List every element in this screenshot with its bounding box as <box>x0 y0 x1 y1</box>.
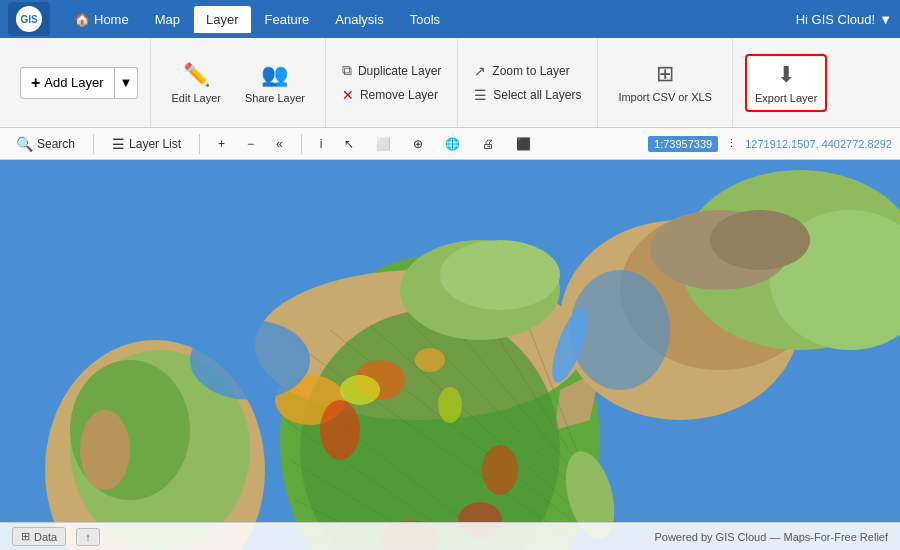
svg-point-25 <box>482 445 518 495</box>
zoom-to-layer-button[interactable]: ↗ Zoom to Layer <box>470 61 585 81</box>
nav-links: 🏠 Home Map Layer Feature Analysis Tools <box>62 6 796 33</box>
upload-button[interactable]: ↑ <box>76 528 100 546</box>
svg-point-28 <box>340 375 380 405</box>
data-button[interactable]: ⊞ Data <box>12 527 66 546</box>
svg-point-29 <box>438 387 462 423</box>
zoom-icon: ↗ <box>474 63 486 79</box>
grid-icon: ⊞ <box>21 530 30 543</box>
toolbar-separator-3 <box>301 134 302 154</box>
powered-by: Powered by GIS Cloud — Maps-For-Free Rel… <box>654 531 888 543</box>
svg-point-38 <box>710 210 810 270</box>
layer-list-button[interactable]: ☰ Layer List <box>104 132 189 156</box>
remove-layer-button[interactable]: ✕ Remove Layer <box>338 85 445 105</box>
list-icon: ☰ <box>112 136 125 152</box>
add-button[interactable]: + <box>210 133 233 155</box>
layer-actions-group: ⧉ Duplicate Layer ✕ Remove Layer <box>326 38 458 127</box>
remove-button[interactable]: − <box>239 133 262 155</box>
upload-icon: ↑ <box>85 531 91 543</box>
bottom-bar: ⊞ Data ↑ Powered by GIS Cloud — Maps-For… <box>0 522 900 550</box>
logo-area[interactable]: GIS <box>8 2 50 36</box>
nav-feature[interactable]: Feature <box>253 6 322 33</box>
edit-share-group: ✏️ Edit Layer 👥 Share Layer <box>151 38 325 127</box>
svg-point-22 <box>320 400 360 460</box>
toolbar-separator-2 <box>199 134 200 154</box>
zoom-select-group: ↗ Zoom to Layer ☰ Select all Layers <box>458 38 598 127</box>
select-all-layers-button[interactable]: ☰ Select all Layers <box>470 85 585 105</box>
search-button[interactable]: 🔍 Search <box>8 132 83 156</box>
collapse-button[interactable]: « <box>268 133 291 155</box>
duplicate-icon: ⧉ <box>342 62 352 79</box>
nav-map[interactable]: Map <box>143 6 192 33</box>
edit-layer-button[interactable]: ✏️ Edit Layer <box>163 56 229 110</box>
nav-tools[interactable]: Tools <box>398 6 452 33</box>
share-icon: 👥 <box>261 62 288 88</box>
select-tool[interactable]: ↖ <box>336 133 362 155</box>
draw-tool[interactable]: ⬜ <box>368 133 399 155</box>
user-greeting[interactable]: Hi GIS Cloud! ▼ <box>796 12 892 27</box>
search-icon: 🔍 <box>16 136 33 152</box>
svg-point-24 <box>415 348 445 372</box>
export-group: ⬇ Export Layer <box>733 38 839 127</box>
add-layer-control: + Add Layer ▼ <box>20 67 138 99</box>
nav-home[interactable]: 🏠 Home <box>62 6 141 33</box>
map-area[interactable]: ⊞ Data ↑ Powered by GIS Cloud — Maps-For… <box>0 160 900 550</box>
map-toolbar: 🔍 Search ☰ Layer List + − « i ↖ ⬜ ⊕ 🌐 🖨 … <box>0 128 900 160</box>
edit-icon: ✏️ <box>183 62 210 88</box>
export-icon: ⬇ <box>777 62 795 88</box>
scale-value: 1:73957339 <box>648 136 718 152</box>
add-layer-dropdown[interactable]: ▼ <box>115 67 139 99</box>
toolbar-separator-1 <box>93 134 94 154</box>
import-csv-button[interactable]: ⊞ Import CSV or XLS <box>610 55 720 110</box>
import-icon: ⊞ <box>656 61 674 87</box>
select-all-icon: ☰ <box>474 87 487 103</box>
top-nav: GIS 🏠 Home Map Layer Feature Analysis To… <box>0 0 900 38</box>
print-tool[interactable]: 🖨 <box>474 133 502 155</box>
measure-tool[interactable]: ⬛ <box>508 133 539 155</box>
globe-tool[interactable]: 🌐 <box>437 133 468 155</box>
map-svg <box>0 160 900 550</box>
add-layer-button[interactable]: + Add Layer <box>20 67 115 99</box>
export-layer-button[interactable]: ⬇ Export Layer <box>745 54 827 112</box>
svg-point-32 <box>440 240 560 310</box>
zoom-in-tool[interactable]: ⊕ <box>405 133 431 155</box>
import-group: ⊞ Import CSV or XLS <box>598 38 733 127</box>
info-button[interactable]: i <box>312 133 331 155</box>
svg-point-4 <box>80 410 130 490</box>
add-layer-group: + Add Layer ▼ <box>8 38 151 127</box>
nav-analysis[interactable]: Analysis <box>323 6 395 33</box>
duplicate-layer-button[interactable]: ⧉ Duplicate Layer <box>338 60 445 81</box>
svg-point-39 <box>190 320 310 400</box>
coords-value: 1271912.1507, 4402772.8292 <box>745 138 892 150</box>
nav-layer[interactable]: Layer <box>194 6 251 33</box>
remove-icon: ✕ <box>342 87 354 103</box>
gis-logo-icon: GIS <box>16 6 42 32</box>
toolbar: + Add Layer ▼ ✏️ Edit Layer 👥 Share Laye… <box>0 38 900 128</box>
coords-display: 1:73957339 ⋮ 1271912.1507, 4402772.8292 <box>648 136 892 152</box>
share-layer-button[interactable]: 👥 Share Layer <box>237 56 313 110</box>
